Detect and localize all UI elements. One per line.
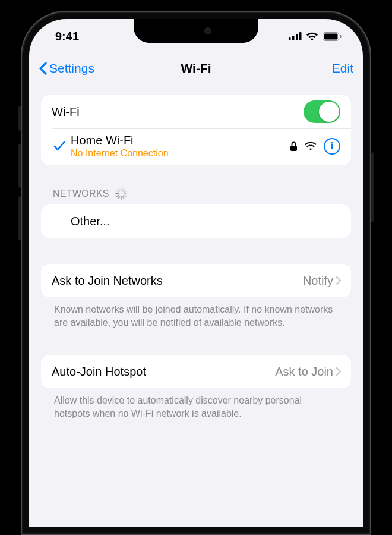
ask-join-value: Notify bbox=[303, 274, 333, 288]
front-camera bbox=[204, 27, 211, 34]
mute-switch bbox=[18, 106, 21, 131]
back-button[interactable]: Settings bbox=[39, 61, 94, 75]
networks-header: NETWORKS bbox=[41, 165, 351, 204]
chevron-right-icon bbox=[336, 367, 342, 376]
network-name: Home Wi-Fi bbox=[71, 133, 169, 147]
lock-icon bbox=[290, 141, 298, 152]
svg-rect-7 bbox=[290, 146, 297, 151]
back-label: Settings bbox=[49, 61, 94, 75]
volume-up-button bbox=[18, 144, 21, 188]
auto-hotspot-group: Auto-Join Hotspot Ask to Join bbox=[41, 355, 351, 388]
svg-rect-5 bbox=[324, 33, 338, 39]
other-network-label: Other... bbox=[71, 215, 110, 228]
network-status: No Internet Connection bbox=[71, 147, 169, 159]
wifi-toggle-label: Wi-Fi bbox=[52, 105, 80, 119]
svg-rect-1 bbox=[292, 36, 295, 40]
auto-hotspot-footer: Allow this device to automatically disco… bbox=[41, 388, 351, 420]
auto-hotspot-label: Auto-Join Hotspot bbox=[52, 365, 146, 379]
info-icon[interactable]: i bbox=[324, 138, 340, 155]
svg-rect-2 bbox=[296, 34, 298, 40]
nav-bar: Settings Wi-Fi Edit bbox=[29, 54, 363, 83]
ask-join-row[interactable]: Ask to Join Networks Notify bbox=[41, 264, 351, 297]
edit-button[interactable]: Edit bbox=[332, 61, 353, 75]
wifi-toggle[interactable] bbox=[304, 100, 340, 123]
wifi-signal-icon bbox=[305, 142, 317, 151]
svg-rect-6 bbox=[340, 35, 342, 38]
wifi-group: Wi-Fi Home Wi-Fi No Internet Connection bbox=[41, 95, 351, 165]
status-time: 9:41 bbox=[55, 30, 79, 43]
auto-hotspot-row[interactable]: Auto-Join Hotspot Ask to Join bbox=[41, 355, 351, 388]
screen: 9:41 Settings Wi-Fi Edit bbox=[29, 19, 363, 527]
cellular-icon bbox=[289, 32, 302, 40]
auto-hotspot-value: Ask to Join bbox=[275, 365, 333, 379]
ask-join-footer: Known networks will be joined automatica… bbox=[41, 297, 351, 329]
checkmark-icon bbox=[52, 141, 67, 152]
other-network-row[interactable]: Other... bbox=[41, 204, 351, 238]
battery-icon bbox=[323, 32, 342, 41]
ask-join-group: Ask to Join Networks Notify bbox=[41, 264, 351, 297]
ask-join-label: Ask to Join Networks bbox=[52, 274, 163, 288]
svg-rect-3 bbox=[299, 32, 302, 40]
wifi-toggle-row: Wi-Fi bbox=[41, 95, 351, 128]
spinner-icon bbox=[115, 188, 127, 200]
volume-down-button bbox=[18, 196, 21, 240]
wifi-status-icon bbox=[306, 32, 318, 41]
chevron-left-icon bbox=[39, 62, 47, 75]
networks-header-label: NETWORKS bbox=[53, 188, 109, 199]
svg-rect-0 bbox=[289, 37, 291, 40]
power-button bbox=[371, 152, 374, 222]
phone-frame: 9:41 Settings Wi-Fi Edit bbox=[21, 11, 371, 535]
chevron-right-icon bbox=[336, 276, 342, 285]
notch bbox=[134, 19, 258, 43]
connected-network-row[interactable]: Home Wi-Fi No Internet Connection i bbox=[41, 128, 351, 165]
networks-group: Other... bbox=[41, 204, 351, 238]
